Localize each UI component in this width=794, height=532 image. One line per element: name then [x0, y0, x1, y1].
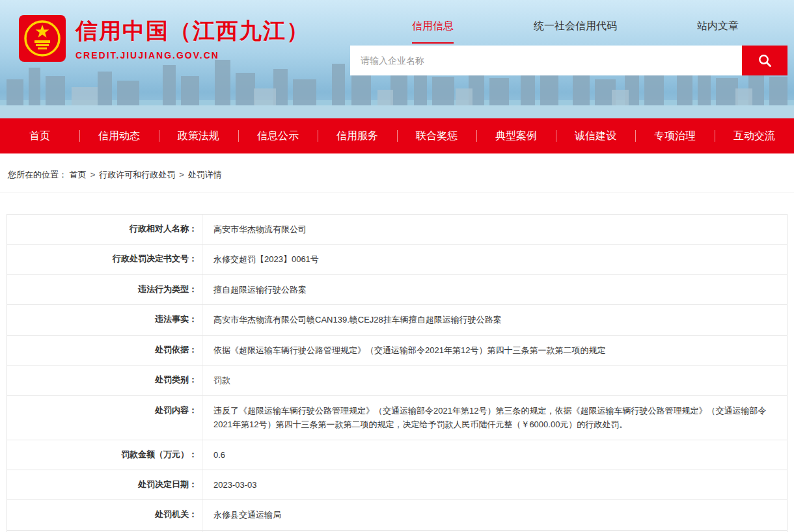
- detail-row-value: 依据《超限运输车辆行驶公路管理规定》（交通运输部令2021年第12号）第四十三条…: [202, 336, 787, 365]
- detail-row-label: 行政相对人名称：: [7, 215, 202, 244]
- detail-row-label: 处罚类别：: [7, 366, 202, 395]
- header-tab-1[interactable]: 统一社会信用代码: [534, 20, 617, 42]
- main-nav: 首页信用动态政策法规信息公示信用服务联合奖惩典型案例诚信建设专项治理互动交流: [0, 118, 794, 153]
- detail-row-value: 擅自超限运输行驶公路案: [202, 275, 787, 304]
- nav-item-5[interactable]: 联合奖惩: [397, 118, 476, 153]
- search-button[interactable]: [742, 46, 787, 75]
- detail-row-value: 高安市华杰物流有限公司赣CAN139.赣CEJ28挂车辆擅自超限运输行驶公路案: [202, 305, 787, 334]
- national-emblem-logo: [18, 14, 66, 62]
- breadcrumb-link-0[interactable]: 首页: [70, 170, 87, 180]
- penalty-detail-table: 行政相对人名称：高安市华杰物流有限公司行政处罚决定书文号：永修交超罚【2023】…: [7, 214, 787, 532]
- detail-row-label: 处罚机关：: [7, 500, 202, 529]
- site-header: 信用中国（江西九江） CREDIT.JIUJIANG.GOV.CN 信用信息统一…: [0, 0, 794, 118]
- nav-item-6[interactable]: 典型案例: [476, 118, 556, 153]
- detail-row-value: 2023-03-03: [202, 470, 787, 499]
- search-bar: [350, 46, 787, 75]
- nav-item-0[interactable]: 首页: [0, 118, 79, 153]
- breadcrumb-separator: >: [90, 170, 96, 180]
- nav-item-7[interactable]: 诚信建设: [556, 118, 635, 153]
- detail-row-label: 处罚决定日期：: [7, 470, 202, 499]
- nav-item-1[interactable]: 信用动态: [79, 118, 159, 153]
- detail-row-value: 永修县交通运输局: [202, 500, 787, 529]
- detail-row-value: 高安市华杰物流有限公司: [202, 215, 787, 244]
- detail-row-label: 处罚内容：: [7, 396, 202, 440]
- detail-row-value: 违反了《超限运输车辆行驶公路管理规定》（交通运输部令2021年第12号）第三条的…: [202, 396, 787, 440]
- detail-row-value: 0.6: [202, 440, 787, 470]
- detail-row-3: 违法事实：高安市华杰物流有限公司赣CAN139.赣CEJ28挂车辆擅自超限运输行…: [7, 305, 787, 335]
- detail-row-9: 处罚机关：永修县交通运输局: [7, 500, 787, 530]
- detail-row-4: 处罚依据：依据《超限运输车辆行驶公路管理规定》（交通运输部令2021年第12号）…: [7, 336, 787, 366]
- detail-row-2: 违法行为类型：擅自超限运输行驶公路案: [7, 275, 787, 305]
- site-title: 信用中国（江西九江）: [75, 16, 310, 46]
- detail-row-label: 罚款金额（万元）：: [7, 440, 202, 470]
- detail-row-5: 处罚类别：罚款: [7, 366, 787, 395]
- breadcrumb-link-2[interactable]: 处罚详情: [188, 170, 222, 180]
- detail-row-6: 处罚内容：违反了《超限运输车辆行驶公路管理规定》（交通运输部令2021年第12号…: [7, 396, 787, 440]
- breadcrumb-items: 首页>行政许可和行政处罚>处罚详情: [70, 170, 222, 180]
- detail-row-1: 行政处罚决定书文号：永修交超罚【2023】0061号: [7, 245, 787, 274]
- detail-row-label: 行政处罚决定书文号：: [7, 245, 202, 274]
- detail-row-0: 行政相对人名称：高安市华杰物流有限公司: [7, 215, 787, 245]
- detail-row-label: 处罚依据：: [7, 336, 202, 365]
- nav-item-2[interactable]: 政策法规: [159, 118, 238, 153]
- nav-item-8[interactable]: 专项治理: [635, 118, 715, 153]
- nav-item-4[interactable]: 信用服务: [318, 118, 397, 153]
- search-input[interactable]: [350, 46, 742, 75]
- header-tabs: 信用信息统一社会信用代码站内文章: [350, 20, 787, 46]
- nav-item-9[interactable]: 互动交流: [715, 118, 794, 153]
- breadcrumb-link-1[interactable]: 行政许可和行政处罚: [99, 170, 175, 180]
- detail-row-label: 违法行为类型：: [7, 275, 202, 304]
- detail-row-7: 罚款金额（万元）：0.6: [7, 440, 787, 470]
- header-tab-2[interactable]: 站内文章: [697, 20, 739, 42]
- nav-item-3[interactable]: 信息公示: [238, 118, 318, 153]
- detail-row-8: 处罚决定日期：2023-03-03: [7, 470, 787, 500]
- breadcrumb-prefix: 您所在的位置：: [8, 170, 67, 180]
- site-brand: 信用中国（江西九江） CREDIT.JIUJIANG.GOV.CN: [18, 14, 310, 62]
- breadcrumb-separator: >: [179, 170, 184, 180]
- detail-row-value: 永修交超罚【2023】0061号: [202, 245, 787, 274]
- detail-row-value: 罚款: [202, 366, 787, 395]
- search-icon: [758, 53, 772, 68]
- breadcrumb: 您所在的位置： 首页>行政许可和行政处罚>处罚详情: [0, 153, 794, 193]
- detail-row-label: 违法事实：: [7, 305, 202, 334]
- header-tab-0[interactable]: 信用信息: [412, 20, 454, 44]
- site-domain: CREDIT.JIUJIANG.GOV.CN: [75, 50, 310, 60]
